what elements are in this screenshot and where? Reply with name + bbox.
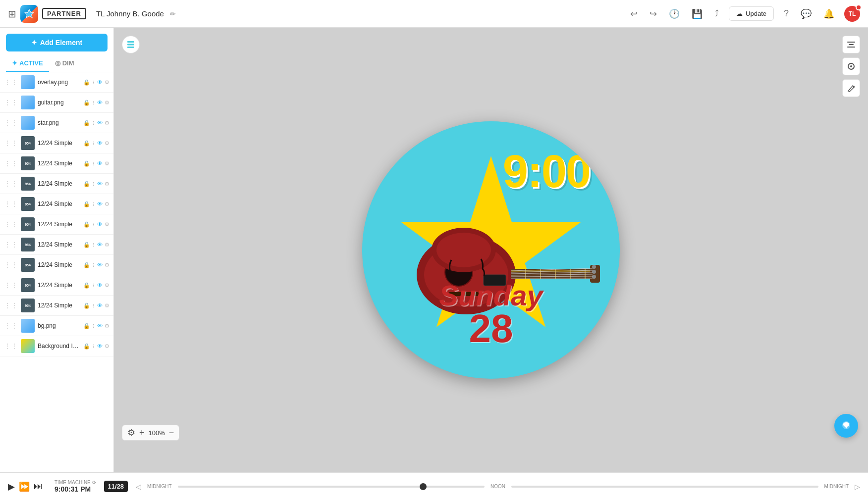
settings-icon[interactable]: ⚙ [105, 201, 109, 207]
list-item[interactable]: ⋮⋮ Background Image 🔒 ⫶ 👁 ⚙ [0, 336, 113, 356]
settings-icon[interactable]: ⚙ [105, 343, 109, 350]
list-item[interactable]: ⋮⋮ 954 12/24 Simple 🔒 ⫶ 👁 ⚙ [0, 275, 113, 296]
lock-icon[interactable]: 🔒 [83, 302, 90, 309]
help-button[interactable]: ? [782, 6, 791, 21]
filter-icon[interactable]: ⫶ [92, 242, 95, 248]
timeline-track-right[interactable] [511, 486, 818, 488]
update-button[interactable]: ☁ Update [729, 6, 774, 21]
list-item[interactable]: ⋮⋮ overlay.png 🔒 ⫶ 👁 ⚙ [0, 72, 113, 93]
list-item[interactable]: ⋮⋮ 954 12/24 Simple 🔒 ⫶ 👁 ⚙ [0, 235, 113, 255]
list-item[interactable]: ⋮⋮ star.png 🔒 ⫶ 👁 ⚙ [0, 113, 113, 133]
lock-icon[interactable]: 🔒 [83, 181, 90, 187]
eye-icon[interactable]: 👁 [97, 140, 103, 146]
eye-icon[interactable]: 👁 [97, 181, 103, 187]
settings-icon[interactable]: ⚙ [105, 302, 109, 309]
lock-icon[interactable]: 🔒 [83, 140, 90, 147]
floating-chat-button[interactable] [834, 414, 858, 438]
list-item[interactable]: ⋮⋮ 954 12/24 Simple 🔒 ⫶ 👁 ⚙ [0, 255, 113, 275]
lock-icon[interactable]: 🔒 [83, 100, 90, 106]
zoom-in-button[interactable]: + [139, 428, 145, 438]
settings-icon[interactable]: ⚙ [105, 323, 109, 329]
eye-icon[interactable]: 👁 [97, 160, 103, 166]
eye-icon[interactable]: 👁 [97, 120, 103, 126]
filter-icon[interactable]: ⫶ [92, 181, 95, 187]
filter-icon[interactable]: ⫶ [92, 302, 95, 308]
lock-icon[interactable]: 🔒 [83, 282, 90, 289]
lock-icon[interactable]: 🔒 [83, 343, 90, 350]
lock-icon[interactable]: 🔒 [83, 323, 90, 329]
settings-icon[interactable]: ⚙ [105, 262, 109, 268]
grid-menu-icon[interactable]: ⊞ [8, 8, 16, 20]
eye-icon[interactable]: 👁 [97, 242, 103, 248]
share-button[interactable]: ⤴ [712, 6, 721, 21]
settings-icon[interactable]: ⚙ [105, 221, 109, 228]
settings-icon[interactable]: ⚙ [105, 181, 109, 187]
date-badge[interactable]: 11/28 [104, 481, 128, 492]
zoom-settings-button[interactable]: ⚙ [127, 427, 135, 438]
eye-icon[interactable]: 👁 [97, 262, 103, 268]
user-avatar[interactable]: TL [844, 6, 860, 22]
list-item[interactable]: ⋮⋮ bg.png 🔒 ⫶ 👁 ⚙ [0, 316, 113, 336]
layers-button[interactable] [122, 36, 140, 53]
filter-icon[interactable]: ⫶ [92, 100, 95, 105]
settings-icon[interactable]: ⚙ [105, 242, 109, 248]
save-button[interactable]: 💾 [690, 6, 705, 21]
brush-tool-button[interactable] [842, 79, 860, 97]
list-item[interactable]: ⋮⋮ 954 12/24 Simple 🔒 ⫶ 👁 ⚙ [0, 174, 113, 194]
settings-icon[interactable]: ⚙ [105, 120, 109, 126]
list-item[interactable]: ⋮⋮ guitar.png 🔒 ⫶ 👁 ⚙ [0, 93, 113, 113]
lock-icon[interactable]: 🔒 [83, 201, 90, 207]
lock-icon[interactable]: 🔒 [83, 79, 90, 86]
filter-icon[interactable]: ⫶ [92, 79, 95, 85]
eye-icon[interactable]: 👁 [97, 201, 103, 207]
messages-button[interactable]: 💬 [799, 6, 814, 21]
add-element-button[interactable]: ✦ Add Element [6, 34, 108, 51]
filter-icon[interactable]: ⫶ [92, 160, 95, 166]
notifications-button[interactable]: 🔔 [821, 6, 836, 21]
lock-icon[interactable]: 🔒 [83, 160, 90, 167]
filter-icon[interactable]: ⫶ [92, 282, 95, 288]
filter-icon[interactable]: ⫶ [92, 201, 95, 207]
eye-icon[interactable]: 👁 [97, 221, 103, 227]
settings-icon[interactable]: ⚙ [105, 160, 109, 167]
lock-icon[interactable]: 🔒 [83, 262, 90, 268]
tab-active[interactable]: ✦ ACTIVE [6, 55, 49, 72]
eye-icon[interactable]: 👁 [97, 282, 103, 288]
play-button[interactable]: ▶ [8, 481, 15, 492]
filter-icon[interactable]: ⫶ [92, 120, 95, 126]
eye-icon[interactable]: 👁 [97, 323, 103, 329]
zoom-out-button[interactable]: − [169, 428, 174, 438]
timeline-track[interactable] [178, 486, 485, 488]
filter-icon[interactable]: ⫶ [92, 323, 95, 329]
filter-icon[interactable]: ⫶ [92, 140, 95, 146]
eye-icon[interactable]: 👁 [97, 302, 103, 308]
list-item[interactable]: ⋮⋮ 954 12/24 Simple 🔒 ⫶ 👁 ⚙ [0, 153, 113, 174]
eye-icon[interactable]: 👁 [97, 79, 103, 85]
filter-icon[interactable]: ⫶ [92, 262, 95, 268]
timeline-thumb[interactable] [420, 483, 427, 490]
skip-button[interactable]: ⏭ [34, 481, 43, 492]
location-tool-button[interactable] [842, 57, 860, 75]
settings-icon[interactable]: ⚙ [105, 140, 109, 147]
lock-icon[interactable]: 🔒 [83, 120, 90, 126]
settings-icon[interactable]: ⚙ [105, 282, 109, 289]
list-item[interactable]: ⋮⋮ 954 12/24 Simple 🔒 ⫶ 👁 ⚙ [0, 296, 113, 316]
filter-icon[interactable]: ⫶ [92, 343, 95, 349]
align-tool-button[interactable] [842, 36, 860, 53]
settings-icon[interactable]: ⚙ [105, 79, 109, 86]
list-item[interactable]: ⋮⋮ 954 12/24 Simple 🔒 ⫶ 👁 ⚙ [0, 133, 113, 153]
list-item[interactable]: ⋮⋮ 954 12/24 Simple 🔒 ⫶ 👁 ⚙ [0, 214, 113, 235]
redo-button[interactable]: ↪ [648, 6, 659, 21]
edit-title-icon[interactable]: ✏ [170, 10, 176, 18]
eye-icon[interactable]: 👁 [97, 343, 103, 349]
lock-icon[interactable]: 🔒 [83, 242, 90, 248]
tab-dim[interactable]: ◎ DIM [49, 55, 80, 72]
filter-icon[interactable]: ⫶ [92, 221, 95, 227]
eye-icon[interactable]: 👁 [97, 100, 103, 105]
fast-forward-button[interactable]: ⏩ [19, 481, 30, 492]
lock-icon[interactable]: 🔒 [83, 221, 90, 228]
list-item[interactable]: ⋮⋮ 954 12/24 Simple 🔒 ⫶ 👁 ⚙ [0, 194, 113, 214]
history-button[interactable]: 🕐 [667, 6, 682, 21]
undo-button[interactable]: ↩ [628, 6, 640, 21]
settings-icon[interactable]: ⚙ [105, 100, 109, 106]
